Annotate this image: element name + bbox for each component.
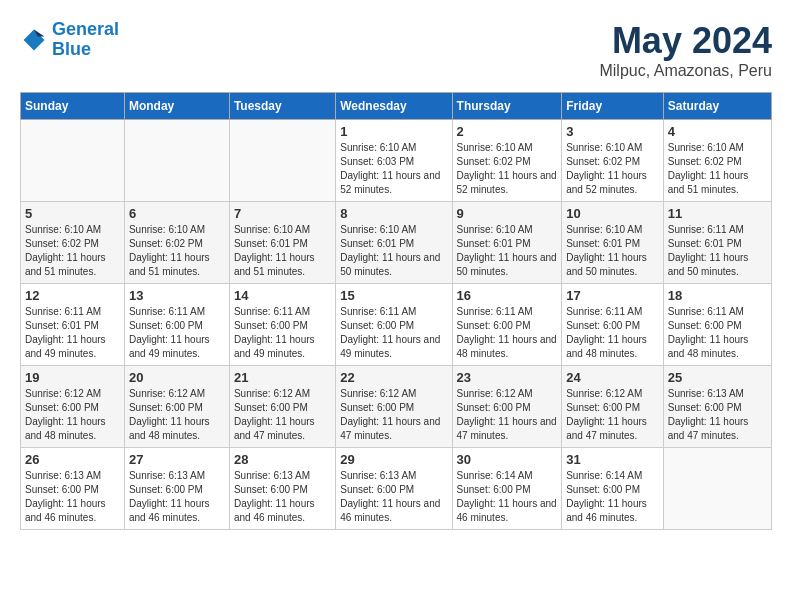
- calendar-cell: 21Sunrise: 6:12 AMSunset: 6:00 PMDayligh…: [229, 366, 335, 448]
- day-number: 11: [668, 206, 767, 221]
- calendar-cell: 17Sunrise: 6:11 AMSunset: 6:00 PMDayligh…: [562, 284, 664, 366]
- calendar-cell: 23Sunrise: 6:12 AMSunset: 6:00 PMDayligh…: [452, 366, 562, 448]
- day-info: Sunrise: 6:14 AMSunset: 6:00 PMDaylight:…: [566, 469, 659, 525]
- day-info: Sunrise: 6:11 AMSunset: 6:00 PMDaylight:…: [129, 305, 225, 361]
- calendar-cell: 12Sunrise: 6:11 AMSunset: 6:01 PMDayligh…: [21, 284, 125, 366]
- calendar-cell: 30Sunrise: 6:14 AMSunset: 6:00 PMDayligh…: [452, 448, 562, 530]
- page-title: May 2024: [599, 20, 772, 62]
- calendar-cell: [229, 120, 335, 202]
- day-info: Sunrise: 6:14 AMSunset: 6:00 PMDaylight:…: [457, 469, 558, 525]
- day-info: Sunrise: 6:12 AMSunset: 6:00 PMDaylight:…: [25, 387, 120, 443]
- day-number: 2: [457, 124, 558, 139]
- page-subtitle: Milpuc, Amazonas, Peru: [599, 62, 772, 80]
- day-number: 25: [668, 370, 767, 385]
- day-number: 20: [129, 370, 225, 385]
- day-info: Sunrise: 6:11 AMSunset: 6:00 PMDaylight:…: [457, 305, 558, 361]
- day-number: 16: [457, 288, 558, 303]
- calendar-cell: 14Sunrise: 6:11 AMSunset: 6:00 PMDayligh…: [229, 284, 335, 366]
- logo-text: General Blue: [52, 20, 119, 60]
- calendar-header-row: SundayMondayTuesdayWednesdayThursdayFrid…: [21, 93, 772, 120]
- title-area: May 2024 Milpuc, Amazonas, Peru: [599, 20, 772, 80]
- day-number: 13: [129, 288, 225, 303]
- column-header-saturday: Saturday: [663, 93, 771, 120]
- svg-marker-0: [24, 29, 45, 50]
- calendar-cell: 31Sunrise: 6:14 AMSunset: 6:00 PMDayligh…: [562, 448, 664, 530]
- day-number: 8: [340, 206, 447, 221]
- day-info: Sunrise: 6:10 AMSunset: 6:01 PMDaylight:…: [234, 223, 331, 279]
- day-number: 19: [25, 370, 120, 385]
- calendar-cell: 25Sunrise: 6:13 AMSunset: 6:00 PMDayligh…: [663, 366, 771, 448]
- calendar-cell: 7Sunrise: 6:10 AMSunset: 6:01 PMDaylight…: [229, 202, 335, 284]
- day-number: 31: [566, 452, 659, 467]
- day-number: 15: [340, 288, 447, 303]
- day-info: Sunrise: 6:11 AMSunset: 6:01 PMDaylight:…: [668, 223, 767, 279]
- day-info: Sunrise: 6:13 AMSunset: 6:00 PMDaylight:…: [129, 469, 225, 525]
- day-info: Sunrise: 6:12 AMSunset: 6:00 PMDaylight:…: [129, 387, 225, 443]
- calendar-cell: 4Sunrise: 6:10 AMSunset: 6:02 PMDaylight…: [663, 120, 771, 202]
- day-info: Sunrise: 6:10 AMSunset: 6:02 PMDaylight:…: [668, 141, 767, 197]
- day-info: Sunrise: 6:13 AMSunset: 6:00 PMDaylight:…: [668, 387, 767, 443]
- day-number: 29: [340, 452, 447, 467]
- day-info: Sunrise: 6:10 AMSunset: 6:02 PMDaylight:…: [129, 223, 225, 279]
- calendar-cell: 19Sunrise: 6:12 AMSunset: 6:00 PMDayligh…: [21, 366, 125, 448]
- day-info: Sunrise: 6:10 AMSunset: 6:01 PMDaylight:…: [340, 223, 447, 279]
- calendar-cell: 10Sunrise: 6:10 AMSunset: 6:01 PMDayligh…: [562, 202, 664, 284]
- calendar-cell: 16Sunrise: 6:11 AMSunset: 6:00 PMDayligh…: [452, 284, 562, 366]
- column-header-monday: Monday: [124, 93, 229, 120]
- day-number: 3: [566, 124, 659, 139]
- calendar-cell: 6Sunrise: 6:10 AMSunset: 6:02 PMDaylight…: [124, 202, 229, 284]
- calendar-cell: 13Sunrise: 6:11 AMSunset: 6:00 PMDayligh…: [124, 284, 229, 366]
- column-header-friday: Friday: [562, 93, 664, 120]
- day-number: 17: [566, 288, 659, 303]
- day-info: Sunrise: 6:13 AMSunset: 6:00 PMDaylight:…: [234, 469, 331, 525]
- logo: General Blue: [20, 20, 119, 60]
- week-row-5: 26Sunrise: 6:13 AMSunset: 6:00 PMDayligh…: [21, 448, 772, 530]
- day-number: 10: [566, 206, 659, 221]
- calendar-cell: 9Sunrise: 6:10 AMSunset: 6:01 PMDaylight…: [452, 202, 562, 284]
- day-number: 12: [25, 288, 120, 303]
- day-info: Sunrise: 6:12 AMSunset: 6:00 PMDaylight:…: [340, 387, 447, 443]
- calendar-cell: 11Sunrise: 6:11 AMSunset: 6:01 PMDayligh…: [663, 202, 771, 284]
- day-number: 23: [457, 370, 558, 385]
- calendar-cell: 3Sunrise: 6:10 AMSunset: 6:02 PMDaylight…: [562, 120, 664, 202]
- calendar-cell: 24Sunrise: 6:12 AMSunset: 6:00 PMDayligh…: [562, 366, 664, 448]
- day-number: 7: [234, 206, 331, 221]
- day-info: Sunrise: 6:10 AMSunset: 6:01 PMDaylight:…: [457, 223, 558, 279]
- day-number: 6: [129, 206, 225, 221]
- day-number: 5: [25, 206, 120, 221]
- day-number: 28: [234, 452, 331, 467]
- day-info: Sunrise: 6:11 AMSunset: 6:00 PMDaylight:…: [668, 305, 767, 361]
- day-info: Sunrise: 6:10 AMSunset: 6:02 PMDaylight:…: [457, 141, 558, 197]
- day-number: 26: [25, 452, 120, 467]
- day-info: Sunrise: 6:13 AMSunset: 6:00 PMDaylight:…: [25, 469, 120, 525]
- calendar-cell: 2Sunrise: 6:10 AMSunset: 6:02 PMDaylight…: [452, 120, 562, 202]
- day-info: Sunrise: 6:10 AMSunset: 6:02 PMDaylight:…: [566, 141, 659, 197]
- column-header-sunday: Sunday: [21, 93, 125, 120]
- week-row-4: 19Sunrise: 6:12 AMSunset: 6:00 PMDayligh…: [21, 366, 772, 448]
- calendar-cell: 22Sunrise: 6:12 AMSunset: 6:00 PMDayligh…: [336, 366, 452, 448]
- calendar-cell: 26Sunrise: 6:13 AMSunset: 6:00 PMDayligh…: [21, 448, 125, 530]
- calendar-cell: [663, 448, 771, 530]
- day-number: 30: [457, 452, 558, 467]
- day-info: Sunrise: 6:13 AMSunset: 6:00 PMDaylight:…: [340, 469, 447, 525]
- day-info: Sunrise: 6:11 AMSunset: 6:00 PMDaylight:…: [340, 305, 447, 361]
- day-info: Sunrise: 6:10 AMSunset: 6:03 PMDaylight:…: [340, 141, 447, 197]
- day-number: 27: [129, 452, 225, 467]
- column-header-thursday: Thursday: [452, 93, 562, 120]
- calendar-cell: 18Sunrise: 6:11 AMSunset: 6:00 PMDayligh…: [663, 284, 771, 366]
- calendar-body: 1Sunrise: 6:10 AMSunset: 6:03 PMDaylight…: [21, 120, 772, 530]
- day-info: Sunrise: 6:11 AMSunset: 6:00 PMDaylight:…: [234, 305, 331, 361]
- header: General Blue May 2024 Milpuc, Amazonas, …: [20, 20, 772, 80]
- day-info: Sunrise: 6:12 AMSunset: 6:00 PMDaylight:…: [457, 387, 558, 443]
- calendar-cell: 27Sunrise: 6:13 AMSunset: 6:00 PMDayligh…: [124, 448, 229, 530]
- day-info: Sunrise: 6:10 AMSunset: 6:01 PMDaylight:…: [566, 223, 659, 279]
- calendar-table: SundayMondayTuesdayWednesdayThursdayFrid…: [20, 92, 772, 530]
- day-number: 24: [566, 370, 659, 385]
- week-row-1: 1Sunrise: 6:10 AMSunset: 6:03 PMDaylight…: [21, 120, 772, 202]
- day-info: Sunrise: 6:10 AMSunset: 6:02 PMDaylight:…: [25, 223, 120, 279]
- calendar-cell: 20Sunrise: 6:12 AMSunset: 6:00 PMDayligh…: [124, 366, 229, 448]
- calendar-cell: [124, 120, 229, 202]
- calendar-cell: 29Sunrise: 6:13 AMSunset: 6:00 PMDayligh…: [336, 448, 452, 530]
- day-number: 9: [457, 206, 558, 221]
- calendar-cell: [21, 120, 125, 202]
